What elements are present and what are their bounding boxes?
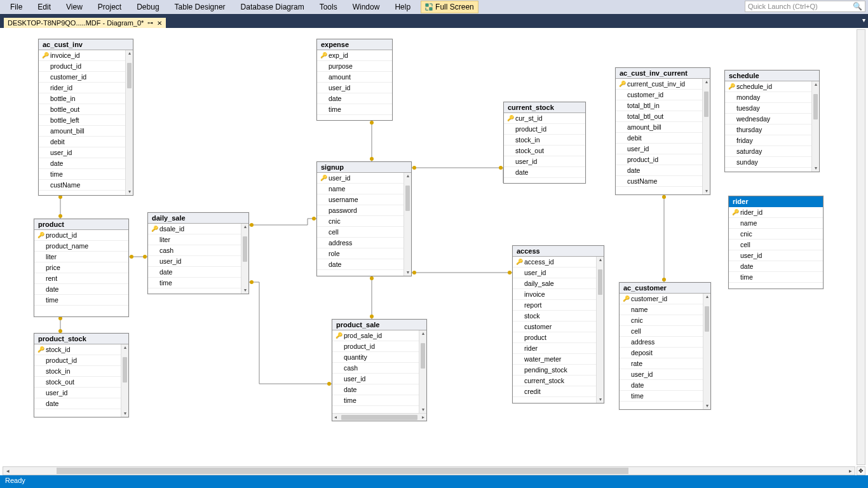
column-row[interactable]: tuesday — [725, 103, 819, 114]
table-vertical-scrollbar[interactable]: ▴▾ — [125, 50, 133, 195]
menu-item-view[interactable]: View — [58, 1, 90, 13]
column-row[interactable]: debit — [616, 133, 710, 144]
column-row[interactable]: pending_stock — [513, 365, 604, 376]
column-row[interactable]: date — [729, 261, 823, 272]
column-row[interactable]: wednesday — [725, 114, 819, 125]
column-row[interactable]: purpose — [317, 61, 392, 72]
column-row[interactable]: 🔑access_id — [513, 257, 604, 268]
column-row[interactable]: bottle_left — [39, 115, 133, 126]
column-row[interactable]: product_id — [332, 341, 426, 352]
table-product_sale[interactable]: product_sale🔑prod_sale_idproduct_idquant… — [332, 319, 427, 421]
column-row[interactable]: username — [317, 194, 411, 205]
menu-item-tools[interactable]: Tools — [312, 1, 345, 13]
column-row[interactable]: amount — [317, 72, 392, 83]
column-row[interactable]: cash — [332, 363, 426, 374]
table-title[interactable]: rider — [729, 196, 823, 207]
column-row[interactable]: stock_out — [34, 377, 128, 388]
scroll-down-icon[interactable]: ▾ — [126, 189, 133, 195]
scroll-down-icon[interactable]: ▾ — [241, 287, 248, 294]
column-row[interactable]: 🔑customer_id — [620, 294, 710, 304]
scroll-down-icon[interactable]: ▾ — [404, 269, 411, 276]
column-row[interactable]: user_id — [39, 147, 133, 158]
column-row[interactable]: bottle_out — [39, 104, 133, 115]
scroll-up-icon[interactable]: ▴ — [597, 257, 604, 263]
scroll-down-icon[interactable]: ▾ — [703, 403, 710, 409]
menu-item-help[interactable]: Help — [387, 1, 418, 13]
table-vertical-scrollbar[interactable]: ▴▾ — [702, 79, 710, 194]
table-vertical-scrollbar[interactable]: ▴▾ — [241, 224, 248, 294]
column-row[interactable]: amount_bill — [39, 126, 133, 137]
column-row[interactable]: address — [620, 337, 710, 348]
column-row[interactable]: 🔑stock_id — [34, 344, 128, 355]
column-row[interactable]: thursday — [725, 125, 819, 135]
column-row[interactable]: time — [332, 395, 426, 406]
menu-item-file[interactable]: File — [3, 1, 30, 13]
column-row[interactable]: quantity — [332, 352, 426, 363]
column-row[interactable]: daily_sale — [513, 278, 604, 289]
column-row[interactable]: user_id — [148, 256, 248, 267]
column-row[interactable]: user_id — [317, 83, 392, 93]
column-row[interactable]: price — [34, 262, 128, 273]
column-row[interactable]: product_id — [504, 124, 585, 135]
scroll-down-icon[interactable]: ▾ — [121, 410, 128, 417]
column-row[interactable]: customer_id — [616, 90, 710, 100]
column-row[interactable]: user_id — [513, 268, 604, 278]
column-row[interactable]: report — [513, 300, 604, 311]
column-row[interactable]: invoice — [513, 289, 604, 300]
table-title[interactable]: schedule — [725, 71, 819, 81]
column-row[interactable]: sunday — [725, 157, 819, 168]
tab-overflow-icon[interactable]: ▾ — [862, 17, 865, 24]
table-vertical-scrollbar[interactable]: ▴▾ — [811, 81, 819, 172]
diagram-canvas[interactable]: ac_cust_inv🔑invoice_idproduct_idcustomer… — [0, 28, 868, 464]
scroll-left-icon[interactable]: ◂ — [3, 468, 12, 474]
column-row[interactable]: time — [317, 104, 392, 115]
column-row[interactable]: 🔑cur_st_id — [504, 113, 585, 124]
pin-icon[interactable]: ⊶ — [147, 20, 153, 26]
quick-launch-input[interactable]: Quick Launch (Ctrl+Q) 🔍 — [745, 1, 865, 12]
column-row[interactable]: time — [148, 278, 248, 288]
scroll-up-icon[interactable]: ▴ — [121, 344, 128, 351]
column-row[interactable]: product_id — [39, 61, 133, 72]
column-row[interactable]: amount_bill — [616, 122, 710, 133]
column-row[interactable]: user_id — [616, 144, 710, 154]
column-row[interactable]: stock_out — [504, 146, 585, 156]
table-product_stock[interactable]: product_stock🔑stock_idproduct_idstock_in… — [34, 333, 129, 417]
table-title[interactable]: ac_cust_inv_current — [616, 68, 710, 79]
column-row[interactable]: stock_in — [504, 135, 585, 146]
menu-item-database-diagram[interactable]: Database Diagram — [233, 1, 312, 13]
column-row[interactable]: name — [317, 184, 411, 194]
column-row[interactable]: date — [34, 284, 128, 295]
scroll-up-icon[interactable]: ▴ — [703, 79, 710, 85]
column-row[interactable]: time — [729, 272, 823, 283]
table-title[interactable]: expense — [317, 39, 392, 50]
column-row[interactable]: cell — [620, 326, 710, 337]
column-row[interactable]: product_id — [34, 355, 128, 366]
table-product[interactable]: product🔑product_idproduct_nameliterprice… — [34, 219, 129, 317]
scroll-up-icon[interactable]: ▴ — [241, 224, 248, 230]
column-row[interactable]: 🔑dsale_id — [148, 224, 248, 234]
column-row[interactable]: rider_id — [39, 83, 133, 93]
column-row[interactable]: rider — [513, 343, 604, 354]
column-row[interactable]: name — [620, 304, 710, 315]
column-row[interactable]: 🔑rider_id — [729, 207, 823, 218]
column-row[interactable]: rate — [620, 358, 710, 369]
scroll-up-icon[interactable]: ▴ — [126, 50, 133, 57]
column-row[interactable]: monday — [725, 92, 819, 103]
scroll-up-icon[interactable]: ▴ — [419, 330, 426, 337]
column-row[interactable]: role — [317, 248, 411, 259]
column-row[interactable]: 🔑user_id — [317, 173, 411, 184]
table-vertical-scrollbar[interactable]: ▴▾ — [419, 330, 426, 413]
column-row[interactable]: user_id — [620, 369, 710, 380]
column-row[interactable]: debit — [39, 137, 133, 147]
table-current_stock[interactable]: current_stock🔑cur_st_idproduct_idstock_i… — [503, 102, 586, 184]
column-row[interactable]: product_name — [34, 241, 128, 252]
table-ac_customer[interactable]: ac_customer🔑customer_idnamecniccelladdre… — [619, 282, 711, 410]
column-row[interactable]: current_stock — [513, 376, 604, 386]
column-row[interactable]: time — [34, 295, 128, 306]
column-row[interactable]: date — [317, 93, 392, 104]
column-row[interactable]: customer_id — [39, 72, 133, 83]
full-screen-button[interactable]: Full Screen — [421, 1, 478, 13]
close-icon[interactable]: ✕ — [157, 20, 162, 27]
column-row[interactable]: password — [317, 205, 411, 216]
column-row[interactable]: cell — [729, 240, 823, 250]
